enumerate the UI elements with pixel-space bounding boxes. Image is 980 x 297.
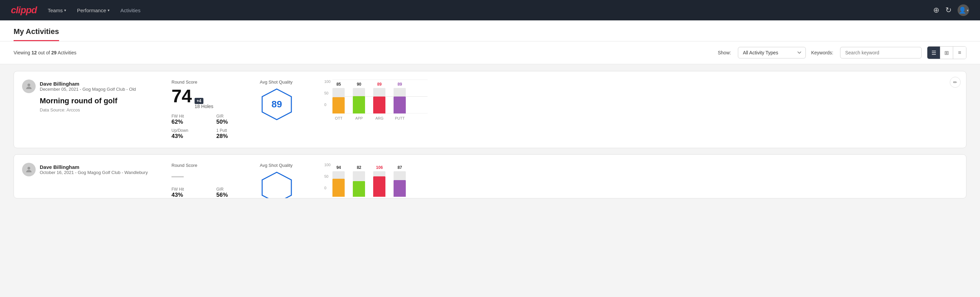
bar-outer-ott	[332, 88, 345, 113]
activity-type-select[interactable]: All Activity Types Rounds Practice	[738, 47, 806, 59]
chart-col-ott-2: 94 OTT	[332, 165, 345, 198]
refresh-icon[interactable]: ↻	[945, 6, 951, 14]
content: Dave Billingham December 05, 2021 - Gog …	[0, 64, 980, 211]
card-chart: 100 50 0 85	[321, 80, 958, 120]
card-chart-2: 100 50 0 94 OTT 82	[321, 163, 958, 198]
round-score-label-2: Round Score	[172, 163, 253, 168]
bar-outer-arg	[373, 88, 385, 113]
user-date-2: October 16, 2021 - Gog Magog Golf Club -…	[40, 170, 148, 175]
activity-card: Dave Billingham December 05, 2021 - Gog …	[14, 71, 966, 148]
user-date: December 05, 2021 - Gog Magog Golf Club …	[40, 87, 136, 92]
hexagon-wrap-2	[260, 171, 294, 198]
card-left-2: Dave Billingham October 16, 2021 - Gog M…	[22, 163, 165, 180]
score-row: 74 +4 18 Holes	[172, 87, 253, 109]
page-header: My Activities	[0, 21, 980, 42]
nav-teams[interactable]: Teams ▾	[48, 6, 66, 14]
chart-col-app-2: 82 APP	[353, 165, 365, 198]
nav-activities-label: Activities	[121, 8, 141, 13]
score-badge: +4	[194, 98, 204, 104]
chart-y-labels: 100 50 0	[324, 80, 330, 113]
score-value: 74	[172, 87, 192, 105]
bar-inner-arg	[373, 96, 385, 113]
nav-performance[interactable]: Performance ▾	[77, 6, 110, 14]
user-name-2: Dave Billingham	[40, 164, 148, 170]
avatar-2	[22, 163, 36, 176]
bar-value-app: 90	[357, 82, 361, 87]
svg-marker-6	[262, 172, 291, 198]
user-icon: 👤	[959, 6, 966, 14]
navbar: clippd Teams ▾ Performance ▾ Activities …	[0, 0, 980, 21]
activity-card-2: Dave Billingham October 16, 2021 - Gog M…	[14, 154, 966, 198]
bar-value-app-2: 82	[357, 165, 361, 170]
show-label: Show:	[718, 50, 731, 55]
chart-col-ott: 85 OTT	[332, 82, 345, 120]
bar-label-app: APP	[355, 116, 363, 120]
bar-value-arg: 89	[377, 82, 382, 87]
chart-col-putt-2: 87 PUTT	[394, 165, 406, 198]
score-row-2: —	[172, 170, 253, 182]
navbar-right: ⊕ ↻ 👤 ▾	[933, 5, 969, 16]
page-title-wrap: My Activities	[14, 21, 59, 41]
avatar[interactable]: 👤 ▾	[958, 5, 969, 16]
user-details: Dave Billingham December 05, 2021 - Gog …	[40, 81, 136, 92]
hexagon-wrap: 89	[260, 87, 294, 121]
svg-point-0	[27, 84, 30, 86]
score-holes: 18 Holes	[194, 104, 213, 109]
nav-teams-label: Teams	[48, 8, 62, 13]
card-stats: Round Score 74 +4 18 Holes FW Hit 62% GI…	[165, 80, 253, 140]
bar-outer-app	[353, 88, 365, 113]
logo[interactable]: clippd	[11, 5, 37, 16]
round-score-label: Round Score	[172, 80, 253, 85]
bar-inner-app	[353, 96, 365, 113]
stat-updown: Up/Down 43%	[172, 128, 208, 140]
bar-inner-ott	[332, 97, 345, 113]
edit-button[interactable]: ✏	[950, 77, 961, 88]
bar-value-putt-2: 87	[398, 165, 402, 170]
stat-fw-hit: FW Hit 62%	[172, 114, 208, 125]
bar-value-ott-2: 94	[337, 165, 341, 170]
bar-label-arg: ARG	[375, 116, 383, 120]
stat-gir: GIR 50%	[216, 114, 253, 125]
user-info: Dave Billingham December 05, 2021 - Gog …	[22, 80, 165, 93]
viewing-count: 12	[32, 50, 37, 55]
svg-point-5	[27, 167, 30, 169]
bar-value-arg-2: 106	[376, 165, 383, 170]
view-list-detail-button[interactable]: ≡	[953, 46, 966, 59]
view-grid-button[interactable]: ⊞	[940, 46, 953, 59]
card-quality-2: Avg Shot Quality	[253, 163, 321, 198]
search-input[interactable]	[840, 47, 921, 59]
bar-inner-putt	[394, 96, 406, 113]
view-list-compact-button[interactable]: ☰	[928, 46, 940, 59]
nav-performance-chevron-icon: ▾	[108, 8, 110, 13]
keywords-label: Keywords:	[811, 50, 833, 55]
chart-col-arg: 89 ARG	[373, 82, 385, 120]
nav-performance-label: Performance	[77, 8, 106, 13]
chart-col-putt: 89 PUTT	[394, 82, 406, 120]
add-icon[interactable]: ⊕	[933, 6, 939, 14]
avatar-chevron-icon: ▾	[967, 8, 969, 12]
view-toggle: ☰ ⊞ ≡	[927, 46, 966, 59]
bar-outer-putt	[394, 88, 406, 113]
score-extras: +4 18 Holes	[194, 97, 213, 109]
hex-score: 89	[271, 99, 282, 109]
nav-activities[interactable]: Activities	[121, 6, 141, 14]
chart-col-arg-2: 106 ARG	[373, 165, 385, 198]
data-source: Data Source: Arccos	[40, 107, 165, 112]
avatar	[22, 80, 36, 93]
bar-value-putt: 89	[398, 82, 402, 87]
score-value-2: —	[172, 170, 184, 182]
card-left: Dave Billingham December 05, 2021 - Gog …	[22, 80, 165, 112]
bar-value-ott: 85	[337, 82, 341, 87]
viewing-text: Viewing 12 out of 29 Activities	[14, 50, 76, 55]
total-count: 29	[51, 50, 57, 55]
stat-gir-2: GIR 56%	[216, 187, 253, 198]
card-quality: Avg Shot Quality 89	[253, 80, 321, 121]
chart-col-app: 90 APP	[353, 82, 365, 120]
stat-grid: FW Hit 62% GIR 50% Up/Down 43% 1 Putt 28…	[172, 114, 253, 140]
bar-label-ott: OTT	[335, 116, 342, 120]
activity-title: Morning round of golf	[40, 96, 165, 105]
chart-cols: 85 OTT 90 APP	[332, 80, 406, 120]
user-info-2: Dave Billingham October 16, 2021 - Gog M…	[22, 163, 165, 176]
page-title: My Activities	[14, 27, 59, 36]
stat-1putt: 1 Putt 28%	[216, 128, 253, 140]
